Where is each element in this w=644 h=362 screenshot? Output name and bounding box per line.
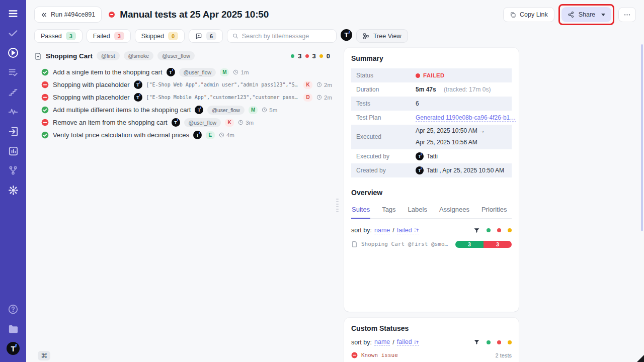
custom-statuses-legend <box>473 339 512 345</box>
test-plan-link[interactable]: Generated 1190e08b-ca96-4f26-b10f-d6dc… <box>416 114 516 122</box>
back-to-run-button[interactable]: Run #494ce891 <box>34 7 102 23</box>
test-tag[interactable]: @user_flow <box>207 106 245 115</box>
sort-by-name-link[interactable]: name <box>374 227 390 234</box>
top-bar: Run #494ce891 Manual tests at 25 Apr 202… <box>26 0 644 29</box>
custom-status-name[interactable]: Known issue <box>361 352 398 358</box>
panel-resizer[interactable] <box>335 48 339 362</box>
sort-by-failed-link[interactable]: failed <box>397 338 419 346</box>
custom-statuses-sort-row: sort by: name / failed <box>351 338 512 346</box>
resize-handle-icon[interactable] <box>336 199 339 212</box>
label-badge[interactable]: M <box>220 68 229 76</box>
filter-passed-chip[interactable]: Passed 3 <box>34 29 83 43</box>
test-row[interactable]: Shopping with placeholder T ["E-Shop Mob… <box>34 91 332 104</box>
summary-row-created-by: Created by TTatti , Apr 25, 2025 10:50 A… <box>351 163 512 177</box>
test-row[interactable]: Remove an item from the shopping cart T … <box>34 116 332 129</box>
skipped-dot-icon[interactable] <box>508 340 512 344</box>
test-title[interactable]: Shopping with placeholder <box>53 81 130 88</box>
import-icon[interactable] <box>7 125 20 138</box>
skipped-chip-label: Skipped <box>141 33 164 40</box>
app-logo[interactable]: T <box>7 342 20 355</box>
label-badge[interactable]: M <box>249 106 258 114</box>
suite-tag[interactable]: @smoke <box>124 51 154 60</box>
share-button[interactable]: Share <box>561 7 611 22</box>
filter-failed-chip[interactable]: Failed 3 <box>87 29 131 43</box>
custom-status-row[interactable]: Known issue 2 tests <box>351 352 512 358</box>
custom-status-count: 2 tests <box>496 352 512 358</box>
tests-check-icon[interactable] <box>7 27 20 40</box>
test-duration: 4m <box>219 132 234 138</box>
test-row[interactable]: Add multiple different items to the shop… <box>34 104 332 116</box>
summary-title: Summary <box>351 54 512 62</box>
passed-dot-icon[interactable] <box>487 228 491 232</box>
vertical-scrollbar-thumb[interactable] <box>641 44 643 231</box>
avatar: T <box>195 106 203 114</box>
test-tag[interactable]: @user_flow <box>184 118 221 127</box>
tree-view-toggle[interactable]: Tree View <box>356 29 408 43</box>
steps-icon[interactable] <box>7 85 20 99</box>
label-badge[interactable]: E <box>206 131 215 139</box>
test-tag[interactable]: @user_flow <box>179 68 216 77</box>
suite-name[interactable]: Shopping Cart <box>46 52 93 60</box>
avatar: T <box>193 131 202 139</box>
runs-play-icon[interactable] <box>7 46 20 59</box>
suite-tag[interactable]: @user_flow <box>157 51 195 60</box>
sort-by-name-link[interactable]: name <box>374 338 390 346</box>
sort-by-failed-link[interactable]: failed <box>397 227 419 234</box>
bar-passed-segment[interactable]: 3 <box>455 241 484 248</box>
tab-priorities[interactable]: Priorities <box>481 203 508 218</box>
duration-value: 1m <box>240 69 249 75</box>
share-dropdown-caret-icon[interactable] <box>601 14 605 16</box>
suite-header[interactable]: Shopping Cart @first @smoke @user_flow 3… <box>34 50 332 62</box>
sort-separator: / <box>392 227 394 234</box>
overview-suite-name[interactable]: Shopping Cart @first @smoke … <box>361 241 449 247</box>
test-row[interactable]: Add a single item to the shopping cart T… <box>34 66 332 78</box>
menu-icon[interactable] <box>7 7 20 20</box>
branches-icon[interactable] <box>7 164 20 177</box>
test-duration: 3m <box>238 120 254 126</box>
passed-dot-icon[interactable] <box>487 340 491 344</box>
clock-icon <box>262 107 267 113</box>
settings-gear-icon[interactable] <box>7 184 20 197</box>
overview-suite-row[interactable]: Shopping Cart @first @smoke … 3 3 <box>351 241 512 248</box>
tab-suites[interactable]: Suites <box>351 203 370 219</box>
analytics-icon[interactable] <box>7 144 20 157</box>
summary-row-executed: Executed Apr 25, 2025 10:50 AM →Apr 25, … <box>351 125 512 149</box>
tab-labels[interactable]: Labels <box>408 203 428 218</box>
more-actions-button[interactable] <box>618 7 636 22</box>
tab-tags[interactable]: Tags <box>381 203 396 218</box>
keyboard-shortcuts-button[interactable]: ⌘ <box>38 351 50 360</box>
skipped-dot-icon[interactable] <box>508 228 512 232</box>
projects-folder-icon[interactable] <box>7 322 20 335</box>
failed-dot-icon[interactable] <box>497 228 501 232</box>
search-box[interactable] <box>227 29 337 43</box>
test-title[interactable]: Shopping with placeholder <box>53 94 130 101</box>
assignee-filter-avatar[interactable]: T <box>341 29 352 41</box>
share-icon <box>568 11 575 18</box>
filter-funnel-icon[interactable] <box>473 227 480 234</box>
clock-icon <box>219 132 224 138</box>
test-plans-icon[interactable] <box>7 66 20 79</box>
pass-fail-bar[interactable]: 3 3 <box>455 241 512 248</box>
test-row[interactable]: Verify total price calculation with deci… <box>34 129 332 141</box>
label-badge[interactable]: K <box>303 81 312 89</box>
pulse-icon[interactable] <box>7 105 20 118</box>
bar-failed-segment[interactable]: 3 <box>484 241 512 248</box>
suite-tag[interactable]: @first <box>97 51 120 60</box>
test-row[interactable]: Shopping with placeholder T ["E-Shop Web… <box>34 78 332 91</box>
comments-filter-button[interactable]: 6 <box>189 29 223 43</box>
failed-dot-icon[interactable] <box>497 340 501 344</box>
test-title[interactable]: Add a single item to the shopping cart <box>53 68 163 76</box>
test-title[interactable]: Add multiple different items to the shop… <box>53 106 191 114</box>
label-badge[interactable]: K <box>225 119 234 127</box>
copy-link-button[interactable]: Copy Link <box>503 7 554 22</box>
test-passed-icon <box>41 68 49 76</box>
search-input[interactable] <box>242 33 331 40</box>
tab-assignees[interactable]: Assignees <box>439 203 470 218</box>
test-title[interactable]: Remove an item from the shopping cart <box>53 119 168 126</box>
filter-skipped-chip[interactable]: Skipped 0 <box>135 29 185 43</box>
sort-separator: / <box>392 339 394 346</box>
filter-funnel-icon[interactable] <box>473 339 480 345</box>
label-badge[interactable]: D <box>303 94 312 102</box>
test-title[interactable]: Verify total price calculation with deci… <box>53 131 189 139</box>
help-icon[interactable] <box>7 303 20 316</box>
